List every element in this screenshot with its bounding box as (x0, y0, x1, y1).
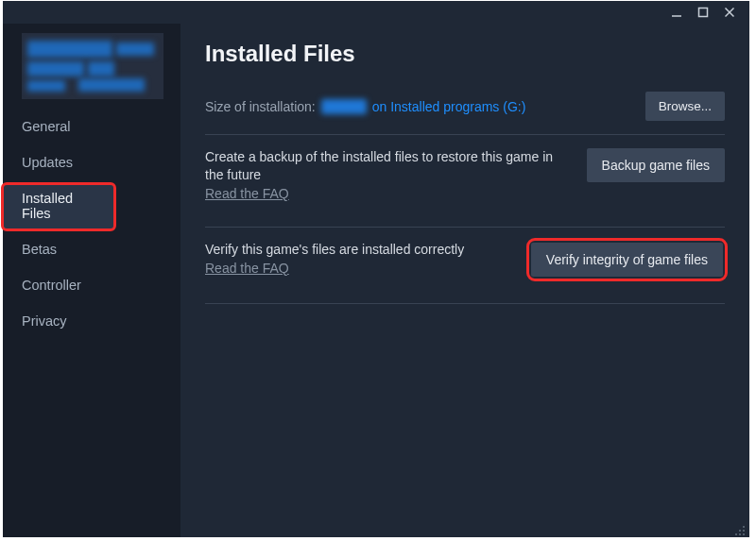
install-size-row: Size of installation: on Installed progr… (205, 92, 725, 121)
sidebar-item-general[interactable]: General (3, 112, 180, 143)
properties-window: General Updates Installed Files Betas Co… (3, 1, 749, 537)
separator (205, 303, 725, 304)
page-title: Installed Files (205, 41, 725, 67)
svg-point-6 (739, 533, 741, 535)
separator (205, 227, 725, 228)
size-label: Size of installation: (205, 99, 316, 114)
backup-game-files-button[interactable]: Backup game files (587, 148, 725, 182)
sidebar-item-controller[interactable]: Controller (3, 271, 180, 301)
maximize-button[interactable] (696, 6, 710, 19)
svg-point-4 (743, 533, 745, 535)
game-thumbnail (22, 33, 163, 99)
window-body: General Updates Installed Files Betas Co… (3, 24, 749, 537)
svg-point-9 (735, 533, 737, 535)
titlebar (3, 1, 749, 24)
sidebar-item-installed-files[interactable]: Installed Files (3, 184, 114, 229)
close-button[interactable] (723, 6, 736, 19)
sidebar-item-betas[interactable]: Betas (3, 235, 180, 265)
verify-faq-link[interactable]: Read the FAQ (205, 261, 289, 276)
svg-point-7 (743, 526, 745, 528)
minimize-button[interactable] (670, 6, 683, 19)
verify-description: Verify this game's files are installed c… (205, 241, 464, 259)
browse-button[interactable]: Browse... (645, 92, 725, 121)
svg-point-5 (743, 530, 745, 532)
verify-integrity-button[interactable]: Verify integrity of game files (531, 243, 723, 277)
separator (205, 134, 725, 135)
main-panel: Installed Files Size of installation: on… (180, 24, 749, 537)
backup-faq-link[interactable]: Read the FAQ (205, 186, 289, 201)
verify-section: Verify this game's files are installed c… (205, 241, 725, 290)
backup-section: Create a backup of the installed files t… (205, 148, 725, 213)
sidebar-item-updates[interactable]: Updates (3, 148, 180, 178)
sidebar: General Updates Installed Files Betas Co… (3, 24, 180, 537)
backup-description: Create a backup of the installed files t… (205, 148, 564, 184)
svg-rect-1 (699, 8, 708, 17)
svg-point-8 (739, 530, 741, 532)
sidebar-item-privacy[interactable]: Privacy (3, 307, 180, 337)
install-drive-link[interactable]: on Installed programs (G:) (372, 99, 526, 114)
size-value-redacted (321, 99, 367, 114)
resize-grip-icon[interactable] (734, 523, 746, 534)
verify-button-highlight: Verify integrity of game files (529, 241, 725, 279)
